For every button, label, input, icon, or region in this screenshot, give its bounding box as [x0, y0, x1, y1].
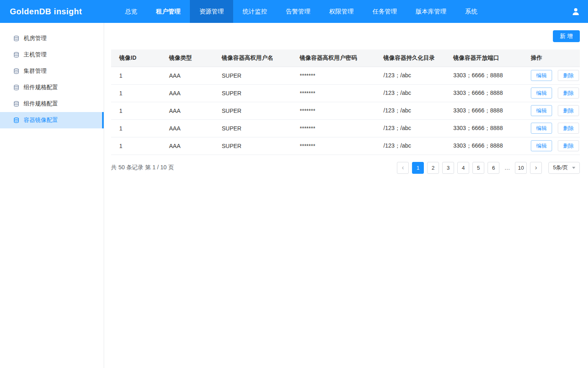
table-row: 1 AAA SUPER ******* /123；/abc 3303；6666；…: [111, 67, 580, 84]
database-icon: [13, 68, 20, 74]
toolbar: 新 增: [111, 30, 580, 42]
cell-image-type: AAA: [161, 119, 214, 137]
cell-password: *******: [292, 119, 375, 137]
nav-tab-tenant[interactable]: 租户管理: [147, 0, 190, 23]
col-header-image-id: 镜像ID: [111, 49, 161, 67]
cell-user: SUPER: [214, 102, 292, 119]
cell-image-id: 1: [111, 102, 161, 119]
cell-password: *******: [292, 67, 375, 84]
database-icon: [13, 117, 20, 123]
database-icon: [13, 35, 20, 42]
delete-button[interactable]: 删除: [558, 70, 579, 81]
col-header-actions: 操作: [523, 49, 580, 67]
cell-image-id: 1: [111, 84, 161, 102]
database-icon: [13, 101, 20, 107]
main-layout: 机房管理 主机管理 集群管理 组件规格配置: [0, 23, 588, 368]
record-summary: 共 50 条记录 第 1 / 10 页: [111, 164, 174, 171]
cell-actions: 编辑 删除: [523, 102, 580, 119]
nav-tab-monitor[interactable]: 统计监控: [233, 0, 276, 23]
sidebar-item-component-spec-1[interactable]: 组件规格配置: [0, 79, 104, 96]
nav-tab-resource[interactable]: 资源管理: [190, 0, 233, 23]
page-button[interactable]: 2: [427, 162, 439, 174]
sidebar-item-label: 主机管理: [24, 51, 47, 58]
sidebar-item-cluster[interactable]: 集群管理: [0, 63, 104, 79]
pager: ‹ 1 2 3 4 5 6 … 10 › 5条/页: [397, 162, 580, 174]
cell-ports: 3303；6666；8888: [445, 137, 523, 155]
next-page-icon[interactable]: ›: [530, 162, 542, 174]
cell-image-type: AAA: [161, 84, 214, 102]
cell-user: SUPER: [214, 67, 292, 84]
edit-button[interactable]: 编辑: [531, 88, 552, 99]
sidebar-item-host[interactable]: 主机管理: [0, 47, 104, 63]
cell-user: SUPER: [214, 84, 292, 102]
col-header-password: 镜像容器高权用户密码: [292, 49, 375, 67]
page-button[interactable]: 1: [412, 162, 424, 174]
sidebar: 机房管理 主机管理 集群管理 组件规格配置: [0, 23, 104, 368]
pagination-bar: 共 50 条记录 第 1 / 10 页 ‹ 1 2 3 4 5 6 … 10 ›…: [111, 162, 580, 174]
edit-button[interactable]: 编辑: [531, 70, 552, 81]
cell-image-id: 1: [111, 137, 161, 155]
page-button[interactable]: 10: [515, 162, 527, 174]
col-header-ports: 镜像容器开放端口: [445, 49, 523, 67]
header-right: [571, 0, 588, 23]
cell-ports: 3303；6666；8888: [445, 119, 523, 137]
database-icon: [13, 84, 20, 91]
cell-dir: /123；/abc: [375, 67, 445, 84]
sidebar-item-label: 机房管理: [24, 35, 47, 42]
cell-dir: /123；/abc: [375, 137, 445, 155]
page-button[interactable]: 4: [457, 162, 469, 174]
cell-actions: 编辑 删除: [523, 67, 580, 84]
cell-image-id: 1: [111, 119, 161, 137]
more-pages-icon[interactable]: …: [503, 162, 512, 174]
page-size-value: 5条/页: [553, 164, 568, 171]
prev-page-icon[interactable]: ‹: [397, 162, 409, 174]
cell-password: *******: [292, 84, 375, 102]
cell-ports: 3303；6666；8888: [445, 102, 523, 119]
cell-dir: /123；/abc: [375, 102, 445, 119]
edit-button[interactable]: 编辑: [531, 105, 552, 116]
delete-button[interactable]: 删除: [558, 88, 579, 99]
col-header-image-type: 镜像类型: [161, 49, 214, 67]
nav-tab-repository[interactable]: 版本库管理: [406, 0, 456, 23]
sidebar-item-label: 组件规格配置: [24, 84, 58, 91]
page-button[interactable]: 6: [488, 162, 499, 174]
cell-user: SUPER: [214, 137, 292, 155]
page-button[interactable]: 5: [472, 162, 484, 174]
col-header-dir: 镜像容器持久化目录: [375, 49, 445, 67]
edit-button[interactable]: 编辑: [531, 140, 552, 151]
sidebar-item-machine-room[interactable]: 机房管理: [0, 30, 104, 47]
edit-button[interactable]: 编辑: [531, 123, 552, 134]
delete-button[interactable]: 删除: [558, 105, 579, 116]
page-size-select[interactable]: 5条/页: [548, 162, 580, 174]
person-icon[interactable]: [571, 7, 581, 16]
nav-tab-permission[interactable]: 权限管理: [320, 0, 363, 23]
cell-actions: 编辑 删除: [523, 119, 580, 137]
nav-tab-overview[interactable]: 总览: [116, 0, 147, 23]
sidebar-item-container-image[interactable]: 容器镜像配置: [0, 112, 104, 128]
cell-actions: 编辑 删除: [523, 84, 580, 102]
col-header-user: 镜像容器高权用户名: [214, 49, 292, 67]
page-button[interactable]: 3: [442, 162, 454, 174]
nav-tab-task[interactable]: 任务管理: [363, 0, 406, 23]
table-row: 1 AAA SUPER ******* /123；/abc 3303；6666；…: [111, 84, 580, 102]
nav-tab-system[interactable]: 系统: [456, 0, 487, 23]
add-button[interactable]: 新 增: [553, 30, 580, 42]
cell-image-id: 1: [111, 67, 161, 84]
cell-user: SUPER: [214, 119, 292, 137]
cell-actions: 编辑 删除: [523, 137, 580, 155]
top-header: GoldenDB insight 总览 租户管理 资源管理 统计监控 告警管理 …: [0, 0, 588, 23]
sidebar-item-component-spec-2[interactable]: 组件规格配置: [0, 96, 104, 112]
cell-ports: 3303；6666；8888: [445, 67, 523, 84]
cell-image-type: AAA: [161, 67, 214, 84]
app-logo: GoldenDB insight: [0, 0, 104, 23]
nav-tab-alert[interactable]: 告警管理: [276, 0, 320, 23]
database-icon: [13, 52, 20, 58]
cell-dir: /123；/abc: [375, 84, 445, 102]
delete-button[interactable]: 删除: [558, 140, 579, 151]
sidebar-item-label: 集群管理: [24, 67, 47, 75]
cell-image-type: AAA: [161, 102, 214, 119]
table-row: 1 AAA SUPER ******* /123；/abc 3303；6666；…: [111, 137, 580, 155]
chevron-down-icon: [572, 167, 575, 169]
delete-button[interactable]: 删除: [558, 123, 579, 134]
cell-password: *******: [292, 137, 375, 155]
